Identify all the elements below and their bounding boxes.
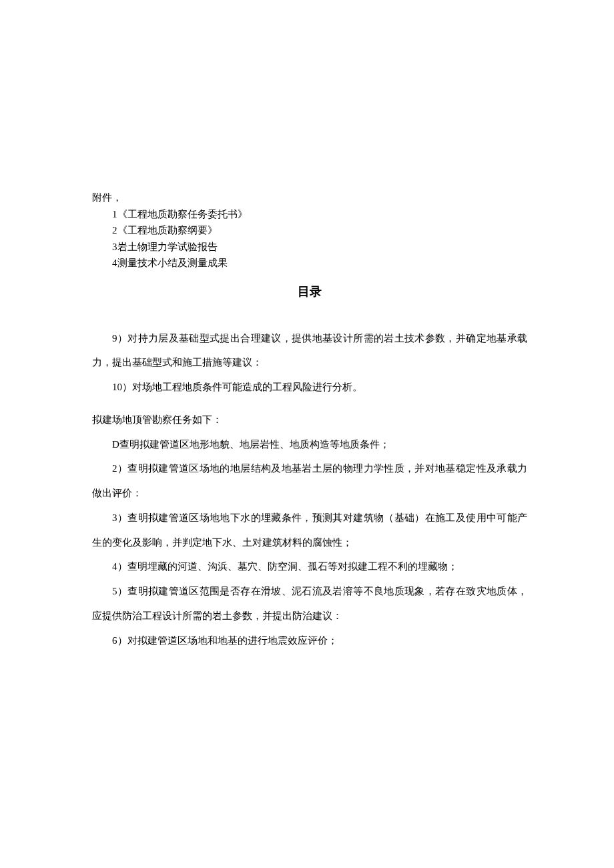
task-item-d: D查明拟建管道区地形地貌、地层岩性、地质构造等地质条件； bbox=[92, 432, 527, 457]
task-item-3: 3）查明拟建管道区场地地下水的埋藏条件，预测其对建筑物（基础）在施工及使用中可能… bbox=[92, 506, 527, 555]
paragraph-9: 9）对持力层及基础型式提出合理建议，提供地基设计所需的岩土技术参数，并确定地基承… bbox=[92, 326, 527, 376]
document-page: 附件， 1《工程地质勘察任务委托书》 2《工程地质勘察纲要》 3岩土物理力学试验… bbox=[0, 0, 614, 653]
attachment-item-1: 1《工程地质勘察任务委托书》 bbox=[92, 207, 527, 222]
attachment-item-4: 4测量技术小结及测量成果 bbox=[92, 256, 527, 271]
task-item-2: 2）查明拟建管道区场地的地层结构及地基岩土层的物理力学性质，并对地基稳定性及承载… bbox=[92, 456, 527, 506]
section-gap bbox=[92, 400, 527, 408]
attachment-item-3: 3岩土物理力学试验报告 bbox=[92, 240, 527, 255]
task-item-6: 6）对拟建管道区场地和地基的进行地震效应评价； bbox=[92, 628, 527, 653]
task-item-4: 4）查明埋藏的河道、沟浜、墓穴、防空洞、孤石等对拟建工程不利的埋藏物； bbox=[92, 554, 527, 579]
paragraph-10: 10）对场地工程地质条件可能造成的工程风险进行分析。 bbox=[92, 375, 527, 400]
task-intro: 拟建场地顶管勘察任务如下： bbox=[92, 408, 527, 432]
attachments-header: 附件， bbox=[92, 190, 527, 205]
task-item-5: 5）查明拟建管道区范围是否存在滑坡、泥石流及岩溶等不良地质现象，若存在致灾地质体… bbox=[92, 579, 527, 628]
attachment-item-2: 2《工程地质勘察纲要》 bbox=[92, 223, 527, 238]
toc-title: 目录 bbox=[92, 283, 527, 301]
